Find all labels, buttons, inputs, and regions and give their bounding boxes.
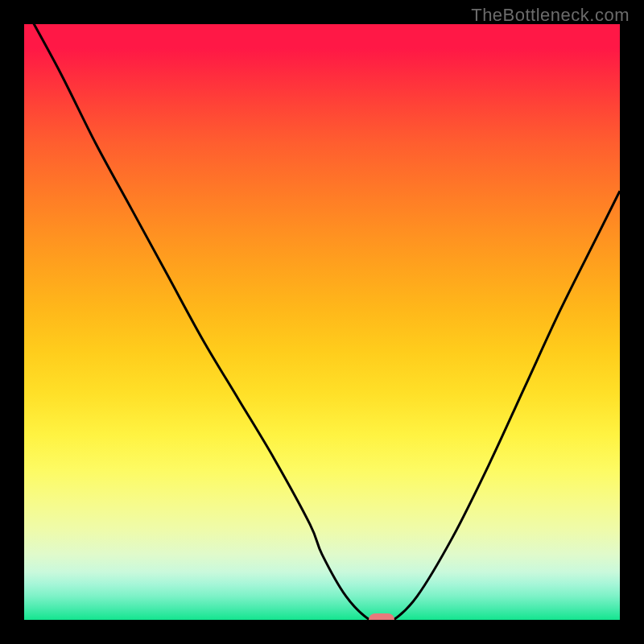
bottleneck-curve-path [24, 24, 620, 620]
plot-area [24, 24, 620, 620]
curve-overlay [24, 24, 620, 620]
chart-frame: TheBottleneck.com [0, 0, 644, 644]
watermark-text: TheBottleneck.com [471, 5, 630, 26]
optimal-point-marker [369, 613, 394, 620]
